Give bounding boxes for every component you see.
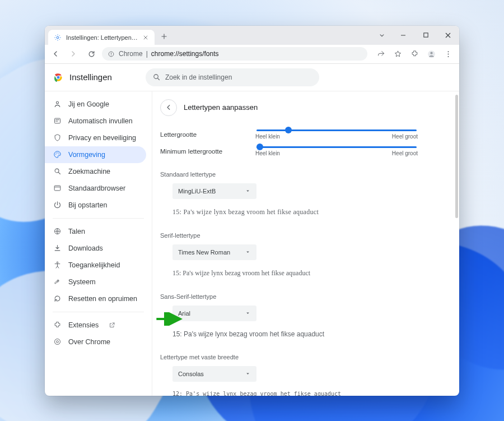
svg-point-23 bbox=[54, 339, 60, 345]
sidebar-label: Systeem bbox=[68, 278, 96, 286]
url-path: chrome://settings/fonts bbox=[151, 50, 219, 58]
window-controls bbox=[372, 26, 459, 45]
settings-gear-icon bbox=[54, 34, 62, 41]
maximize-button[interactable] bbox=[414, 26, 437, 45]
close-window-button[interactable] bbox=[437, 26, 459, 45]
sidebar-label: Over Chrome bbox=[68, 338, 110, 346]
search-placeholder: Zoek in de instellingen bbox=[165, 73, 232, 81]
sidebar-item-appearance[interactable]: Vormgeving bbox=[45, 146, 146, 163]
sans-font-dropdown[interactable]: Arial bbox=[172, 306, 256, 321]
svg-point-24 bbox=[56, 341, 58, 343]
slider-max-label: Heel groot bbox=[392, 133, 418, 140]
accessibility-icon bbox=[53, 261, 62, 270]
standard-font-sample: 15: Pa's wijze lynx bezag vroom het fiks… bbox=[172, 205, 418, 221]
serif-font-sample: 15: Pa's wijze lynx bezag vroom het fiks… bbox=[172, 266, 418, 282]
tab-close-button[interactable] bbox=[142, 34, 149, 41]
profile-button[interactable] bbox=[423, 47, 439, 61]
sidebar-item-on-startup[interactable]: Bij opstarten bbox=[45, 197, 146, 214]
standard-font-dropdown[interactable]: MingLiU-ExtB bbox=[172, 183, 256, 199]
tab-title: Instellingen: Lettertypen aanpas… bbox=[66, 34, 138, 41]
back-button[interactable] bbox=[48, 47, 63, 61]
font-size-slider[interactable] bbox=[256, 129, 417, 131]
sidebar-label: Talen bbox=[68, 228, 85, 235]
settings-sidebar: Jij en Google Automatisch invullen Priva… bbox=[45, 91, 152, 396]
sidebar-divider bbox=[53, 312, 144, 312]
sidebar-item-downloads[interactable]: Downloads bbox=[45, 240, 146, 257]
min-font-size-row: Minimum lettergrootte Heel klein Heel gr… bbox=[160, 146, 418, 156]
svg-point-3 bbox=[111, 55, 111, 55]
sidebar-item-reset[interactable]: Resetten en opruimen bbox=[45, 290, 146, 307]
sidebar-item-system[interactable]: Systeem bbox=[45, 274, 146, 290]
sidebar-item-search-engine[interactable]: Zoekmachine bbox=[45, 163, 146, 180]
chrome-icon bbox=[53, 337, 62, 346]
site-info-icon[interactable] bbox=[108, 50, 115, 58]
address-bar[interactable]: Chrome | chrome://settings/fonts bbox=[102, 47, 367, 61]
slider-min-label: Heel klein bbox=[255, 133, 280, 140]
serif-font-dropdown[interactable]: Times New Roman bbox=[172, 244, 256, 260]
slider-min-label: Heel klein bbox=[255, 150, 280, 156]
sidebar-item-privacy[interactable]: Privacy en beveiliging bbox=[45, 129, 146, 146]
svg-point-16 bbox=[56, 152, 57, 153]
sidebar-divider bbox=[53, 218, 144, 219]
bookmark-button[interactable] bbox=[390, 47, 405, 61]
shield-icon bbox=[53, 133, 62, 142]
svg-point-8 bbox=[447, 55, 449, 57]
menu-button[interactable] bbox=[440, 47, 456, 61]
tab-overflow-button[interactable] bbox=[372, 26, 392, 45]
puzzle-icon bbox=[53, 321, 62, 330]
sidebar-item-extensions[interactable]: Extensies bbox=[45, 317, 146, 334]
svg-point-18 bbox=[58, 154, 59, 154]
person-icon bbox=[53, 100, 62, 109]
chevron-down-icon bbox=[245, 310, 251, 316]
forward-button[interactable] bbox=[66, 47, 81, 61]
min-font-size-slider[interactable] bbox=[256, 146, 417, 148]
browser-toolbar: Chrome | chrome://settings/fonts bbox=[45, 45, 459, 64]
svg-rect-1 bbox=[423, 33, 427, 37]
settings-header: Instellingen Zoek in de instellingen bbox=[45, 64, 459, 91]
sidebar-item-autofill[interactable]: Automatisch invullen bbox=[45, 113, 146, 129]
sans-font-sample: 15: Pa's wijze lynx bezag vroom het fiks… bbox=[172, 327, 418, 343]
dropdown-value: Consolas bbox=[178, 371, 204, 377]
share-button[interactable] bbox=[373, 47, 389, 61]
dropdown-value: Times New Roman bbox=[178, 249, 230, 256]
search-icon bbox=[152, 73, 161, 81]
svg-point-7 bbox=[447, 53, 449, 54]
sidebar-item-about[interactable]: Over Chrome bbox=[45, 334, 146, 350]
minimize-button[interactable] bbox=[392, 26, 414, 45]
reload-button[interactable] bbox=[84, 47, 99, 61]
settings-app: Instellingen Zoek in de instellingen Jij… bbox=[45, 64, 459, 396]
back-button[interactable] bbox=[160, 99, 177, 116]
sidebar-label: Jij en Google bbox=[68, 100, 109, 108]
scrollbar[interactable] bbox=[455, 95, 458, 218]
mono-font-heading: Lettertype met vaste breedte bbox=[160, 354, 418, 360]
slider-thumb[interactable] bbox=[285, 127, 292, 133]
slider-thumb[interactable] bbox=[256, 144, 263, 150]
autofill-icon bbox=[53, 117, 62, 126]
download-icon bbox=[53, 244, 62, 253]
wrench-icon bbox=[53, 277, 62, 286]
browser-tab[interactable]: Instellingen: Lettertypen aanpas… bbox=[48, 30, 155, 45]
sidebar-item-you-and-google[interactable]: Jij en Google bbox=[45, 96, 146, 113]
svg-rect-20 bbox=[54, 186, 60, 191]
font-size-label: Lettergrootte bbox=[160, 131, 233, 138]
dropdown-value: MingLiU-ExtB bbox=[178, 188, 216, 195]
url-divider: | bbox=[146, 50, 148, 58]
sidebar-label: Automatisch invullen bbox=[68, 117, 133, 125]
sidebar-label: Downloads bbox=[68, 244, 103, 252]
new-tab-button[interactable] bbox=[157, 29, 171, 44]
mono-font-dropdown[interactable]: Consolas bbox=[172, 366, 256, 382]
extensions-button[interactable] bbox=[407, 47, 422, 61]
sidebar-item-languages[interactable]: Talen bbox=[45, 223, 146, 240]
standard-font-heading: Standaard lettertype bbox=[160, 171, 418, 178]
sans-font-heading: Sans-Serif-lettertype bbox=[160, 293, 418, 300]
globe-icon bbox=[53, 227, 62, 236]
sidebar-item-accessibility[interactable]: Toegankelijkheid bbox=[45, 257, 146, 274]
sidebar-label: Privacy en beveiliging bbox=[68, 134, 136, 142]
page-title: Lettertypen aanpassen bbox=[184, 103, 258, 112]
svg-point-13 bbox=[56, 101, 58, 104]
chevron-down-icon bbox=[245, 371, 251, 377]
content-scroll[interactable]: Lettertypen aanpassen Lettergrootte bbox=[152, 91, 459, 396]
settings-search[interactable]: Zoek in de instellingen bbox=[146, 68, 319, 86]
dropdown-value: Arial bbox=[178, 310, 190, 317]
sidebar-item-default-browser[interactable]: Standaardbrowser bbox=[45, 180, 146, 197]
